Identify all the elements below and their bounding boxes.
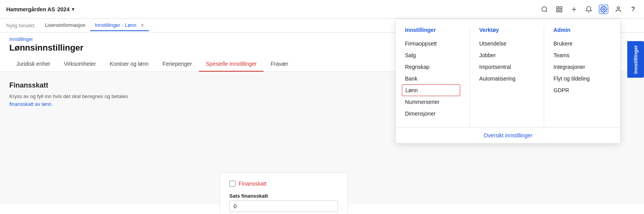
form-panel: Finansskatt Sats finansskatt Avsatt fina…	[220, 172, 348, 214]
user-icon[interactable]	[614, 5, 623, 14]
sats-input[interactable]	[229, 200, 338, 212]
dropdown-gdpr[interactable]: GDPR	[553, 84, 609, 96]
checkbox-row: Finansskatt	[229, 181, 338, 187]
section-title: Finansskatt	[9, 81, 211, 89]
svg-point-8	[603, 8, 605, 10]
svg-rect-5	[560, 10, 562, 12]
dropdown-footer[interactable]: Oversikt innstillinger	[396, 127, 620, 143]
finansskatt-checkbox-label: Finansskatt	[239, 181, 267, 187]
tab-juridisk-enhet[interactable]: Juridisk enhet	[9, 57, 57, 72]
col2-title: Verktøy	[479, 27, 534, 33]
dropdown-jobber[interactable]: Jobber	[479, 49, 534, 61]
dropdown-col-verktoy: Verktøy Utsendelse Jobber Importsentral …	[470, 27, 544, 127]
dropdown-lonn[interactable]: Lønn	[402, 84, 460, 96]
dropdown-regnskap[interactable]: Regnskap	[405, 61, 460, 73]
finansskatt-checkbox[interactable]	[229, 181, 236, 187]
svg-rect-4	[557, 10, 558, 12]
close-tab-icon[interactable]: ✕	[140, 23, 144, 28]
settings-dropdown: Innstillinger Firmaoppsett Salg Regnskap…	[395, 19, 621, 144]
dropdown-dimensjoner[interactable]: Dimensjoner	[405, 108, 460, 119]
col3-title: Admin	[553, 27, 609, 33]
gear-icon[interactable]	[599, 5, 608, 14]
plus-icon[interactable]	[569, 5, 579, 14]
tab-virksomheter[interactable]: Virksomheter	[57, 57, 103, 72]
col1-title: Innstillinger	[405, 27, 460, 33]
svg-rect-2	[557, 7, 558, 9]
recent-tab-innstillinger-lonn[interactable]: Innstillinger - Lønn ✕	[90, 20, 149, 31]
dropdown-firmaoppsett[interactable]: Firmaoppsett	[405, 38, 460, 49]
recent-tab-lisensinformasjon[interactable]: Lisensinformasjon	[40, 20, 90, 31]
year-label: 2024	[58, 6, 70, 12]
dropdown-integrasjoner[interactable]: Integrasjoner	[553, 61, 609, 73]
svg-point-0	[542, 7, 546, 11]
tab-fravaer[interactable]: Fravær	[264, 57, 295, 72]
company-name: Hammergården AS	[6, 6, 55, 12]
dropdown-teams[interactable]: Teams	[553, 49, 609, 61]
bell-icon[interactable]	[584, 5, 593, 14]
dropdown-utsendelse[interactable]: Utsendelse	[479, 38, 534, 49]
topbar-icons: ?	[540, 5, 638, 14]
topbar: Hammergården AS 2024 ▾ ?	[0, 0, 644, 19]
dropdown-col-innstillinger: Innstillinger Firmaoppsett Salg Regnskap…	[396, 27, 469, 127]
svg-line-1	[546, 11, 547, 12]
finansskatt-section: Finansskatt Kryss av og fyll inn hvis de…	[9, 81, 211, 108]
help-icon[interactable]: ?	[628, 5, 638, 14]
dropdown-cols: Innstillinger Firmaoppsett Salg Regnskap…	[396, 27, 620, 127]
tab-spesielle-innstillinger[interactable]: Spesielle innstillinger	[199, 57, 264, 72]
section-desc-link[interactable]: finansskatt av lønn.	[9, 101, 53, 107]
settings-side-button[interactable]: innstillinger	[627, 41, 644, 78]
dropdown-flyt-tildeling[interactable]: Flyt og tildeling	[553, 73, 609, 84]
topbar-left: Hammergården AS 2024 ▾	[6, 6, 74, 12]
company-selector[interactable]: Hammergården AS 2024 ▾	[6, 6, 74, 12]
search-icon[interactable]	[540, 5, 549, 14]
dropdown-automatisering[interactable]: Automatisering	[479, 73, 534, 84]
tab-kontoer-og-lonn[interactable]: Kontoer og lønn	[103, 57, 156, 72]
sats-label: Sats finansskatt	[229, 193, 338, 199]
dropdown-importsentral[interactable]: Importsentral	[479, 61, 534, 73]
dropdown-brukere[interactable]: Brukere	[553, 38, 609, 49]
section-desc: Kryss av og fyll inn hvis det skal bereg…	[9, 93, 211, 108]
recent-label: Nylig besøkt:	[6, 23, 35, 28]
sats-finansskatt-row: Sats finansskatt	[229, 193, 338, 212]
dropdown-col-admin: Admin Brukere Teams Integrasjoner Flyt o…	[544, 27, 618, 127]
svg-rect-3	[560, 7, 562, 9]
grid-icon[interactable]	[555, 5, 564, 14]
chevron-down-icon: ▾	[72, 7, 74, 12]
dropdown-salg[interactable]: Salg	[405, 49, 460, 61]
dropdown-bank[interactable]: Bank	[405, 73, 460, 84]
tab-feriepenger[interactable]: Feriepenger	[155, 57, 199, 72]
svg-point-9	[617, 7, 620, 9]
dropdown-nummerserier[interactable]: Nummerserier	[405, 96, 460, 108]
